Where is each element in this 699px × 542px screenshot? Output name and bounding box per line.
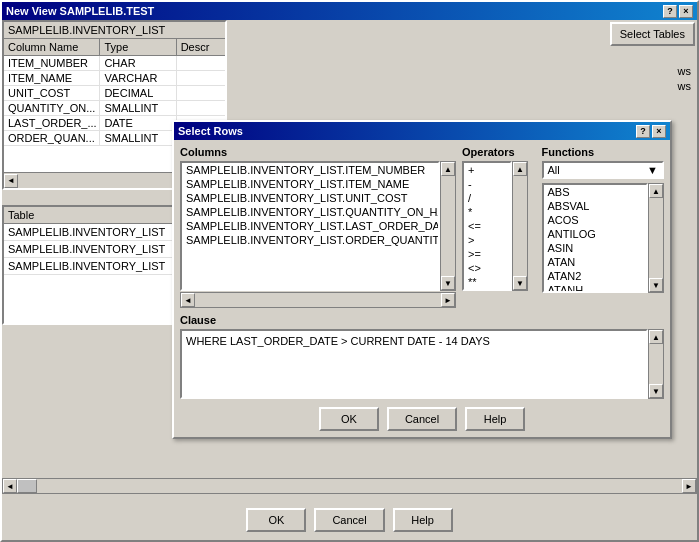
operators-wrapper: + - / * <= > >= <> ** || xyxy=(462,161,536,291)
list-item[interactable]: SAMPLELIB.INVENTORY_LIST.ITEM_NUMBER xyxy=(182,163,438,177)
ws-label-2: ws xyxy=(678,80,691,92)
cancel-button[interactable]: Cancel xyxy=(314,508,384,532)
cell-name: ORDER_QUAN... xyxy=(4,131,100,145)
cell-name: ITEM_NUMBER xyxy=(4,56,100,70)
operators-listbox[interactable]: + - / * <= > >= <> ** || xyxy=(462,161,512,291)
hscroll-right-btn[interactable]: ► xyxy=(441,293,455,307)
fn-item[interactable]: ATAN2 xyxy=(544,269,647,283)
table-header: Column Name Type Descr xyxy=(4,39,225,56)
op-item[interactable]: - xyxy=(464,177,510,191)
scroll-thumb[interactable] xyxy=(17,479,37,493)
fn-scroll-up[interactable]: ▲ xyxy=(649,184,663,198)
dialog-body: Columns SAMPLELIB.INVENTORY_LIST.ITEM_NU… xyxy=(174,140,670,437)
dialog-ok-button[interactable]: OK xyxy=(319,407,379,431)
fn-item[interactable]: ACOS xyxy=(544,213,647,227)
list-item[interactable]: SAMPLELIB.INVENTORY_LIST.UNIT_COST xyxy=(182,191,438,205)
bottom-buttons: OK Cancel Help xyxy=(2,508,697,532)
ok-button[interactable]: OK xyxy=(246,508,306,532)
dropdown-arrow-icon: ▼ xyxy=(647,164,658,176)
op-item[interactable]: > xyxy=(464,233,510,247)
fn-item[interactable]: ABS xyxy=(544,185,647,199)
fn-scroll-down[interactable]: ▼ xyxy=(649,278,663,292)
cell-name: LAST_ORDER_... xyxy=(4,116,100,130)
operators-label: Operators xyxy=(462,146,536,158)
cell-type: SMALLINT xyxy=(100,101,176,115)
cell-name: QUANTITY_ON... xyxy=(4,101,100,115)
functions-vscroll[interactable]: ▲ ▼ xyxy=(648,183,664,293)
op-item[interactable]: <= xyxy=(464,219,510,233)
table-row[interactable]: ITEM_NUMBER CHAR xyxy=(4,56,225,71)
scroll-left-btn[interactable]: ◄ xyxy=(4,174,18,188)
columns-vscroll[interactable]: ▲ ▼ xyxy=(440,161,456,291)
clause-textbox[interactable]: WHERE LAST_ORDER_DATE > CURRENT DATE - 1… xyxy=(180,329,648,399)
op-item[interactable]: * xyxy=(464,205,510,219)
list-item[interactable]: SAMPLELIB.INVENTORY_LIST.ORDER_QUANTITY xyxy=(182,233,438,247)
table-row[interactable]: UNIT_COST DECIMAL xyxy=(4,86,225,101)
operators-vscroll[interactable]: ▲ ▼ xyxy=(512,161,528,291)
op-scroll-up[interactable]: ▲ xyxy=(513,162,527,176)
select-tables-button[interactable]: Select Tables xyxy=(610,22,695,46)
dialog-title-bar: Select Rows ? × xyxy=(174,122,670,140)
col-header-name: Column Name xyxy=(4,39,100,55)
col-header-type: Type xyxy=(100,39,176,55)
clause-vscroll[interactable]: ▲ ▼ xyxy=(648,329,664,399)
hscroll-left-btn[interactable]: ◄ xyxy=(181,293,195,307)
functions-label: Functions xyxy=(542,146,665,158)
clause-scroll-up[interactable]: ▲ xyxy=(649,330,663,344)
op-item[interactable]: || xyxy=(464,289,510,291)
clause-label: Clause xyxy=(180,314,664,326)
cell-desc xyxy=(177,71,225,85)
cell-name: ITEM_NAME xyxy=(4,71,100,85)
op-item[interactable]: / xyxy=(464,191,510,205)
main-hscroll[interactable]: ◄ ► xyxy=(2,478,697,494)
cell-type: VARCHAR xyxy=(100,71,176,85)
dialog-close-btn[interactable]: × xyxy=(652,125,666,138)
fn-item[interactable]: ASIN xyxy=(544,241,647,255)
clause-text: WHERE LAST_ORDER_DATE > CURRENT DATE - 1… xyxy=(186,335,490,347)
list-item[interactable]: SAMPLELIB.INVENTORY_LIST.ITEM_NAME xyxy=(182,177,438,191)
dialog-help-btn[interactable]: ? xyxy=(636,125,650,138)
op-item[interactable]: ** xyxy=(464,275,510,289)
ws-label-1: ws xyxy=(678,65,691,77)
col-header-desc: Descr xyxy=(177,39,225,55)
table-row[interactable]: ITEM_NAME VARCHAR xyxy=(4,71,225,86)
fn-item[interactable]: ATAN xyxy=(544,255,647,269)
cell-type: CHAR xyxy=(100,56,176,70)
help-button[interactable]: Help xyxy=(393,508,453,532)
cell-type: SMALLINT xyxy=(100,131,176,145)
operators-section: Operators + - / * <= > >= <> xyxy=(462,146,536,308)
list-item[interactable]: SAMPLELIB.INVENTORY_LIST.LAST_ORDER_DATE xyxy=(182,219,438,233)
functions-section: Functions All ▼ ABS ABSVAL xyxy=(542,146,665,308)
columns-listbox-wrapper: SAMPLELIB.INVENTORY_LIST.ITEM_NUMBER SAM… xyxy=(180,161,456,291)
main-title-bar: New View SAMPLELIB.TEST ? × xyxy=(2,2,697,20)
scroll-up-btn[interactable]: ▲ xyxy=(441,162,455,176)
op-item[interactable]: <> xyxy=(464,261,510,275)
columns-label: Columns xyxy=(180,146,456,158)
op-scroll-down[interactable]: ▼ xyxy=(513,276,527,290)
fn-item[interactable]: ABSVAL xyxy=(544,199,647,213)
main-scroll-left[interactable]: ◄ xyxy=(3,479,17,493)
select-rows-dialog: Select Rows ? × Columns SAMPLELIB.INVENT… xyxy=(172,120,672,439)
main-close-btn[interactable]: × xyxy=(679,5,693,18)
cell-desc xyxy=(177,56,225,70)
columns-section: Columns SAMPLELIB.INVENTORY_LIST.ITEM_NU… xyxy=(180,146,456,308)
clause-wrapper: WHERE LAST_ORDER_DATE > CURRENT DATE - 1… xyxy=(180,329,664,399)
list-item[interactable]: SAMPLELIB.INVENTORY_LIST.QUANTITY_ON_HAN… xyxy=(182,205,438,219)
dialog-cancel-button[interactable]: Cancel xyxy=(387,407,457,431)
op-item[interactable]: >= xyxy=(464,247,510,261)
scroll-down-btn[interactable]: ▼ xyxy=(441,276,455,290)
main-scroll-right[interactable]: ► xyxy=(682,479,696,493)
fn-item[interactable]: ATANH xyxy=(544,283,647,293)
functions-listbox[interactable]: ABS ABSVAL ACOS ANTILOG ASIN ATAN ATAN2 … xyxy=(542,183,649,293)
columns-hscroll[interactable]: ◄ ► xyxy=(180,292,456,308)
functions-dropdown[interactable]: All ▼ xyxy=(542,161,665,179)
dialog-help-button[interactable]: Help xyxy=(465,407,525,431)
table-row[interactable]: QUANTITY_ON... SMALLINT xyxy=(4,101,225,116)
op-item[interactable]: + xyxy=(464,163,510,177)
fn-item[interactable]: ANTILOG xyxy=(544,227,647,241)
cell-desc xyxy=(177,101,225,115)
functions-dropdown-wrapper: All ▼ xyxy=(542,161,665,179)
clause-scroll-down[interactable]: ▼ xyxy=(649,384,663,398)
columns-listbox[interactable]: SAMPLELIB.INVENTORY_LIST.ITEM_NUMBER SAM… xyxy=(180,161,440,291)
main-help-btn[interactable]: ? xyxy=(663,5,677,18)
